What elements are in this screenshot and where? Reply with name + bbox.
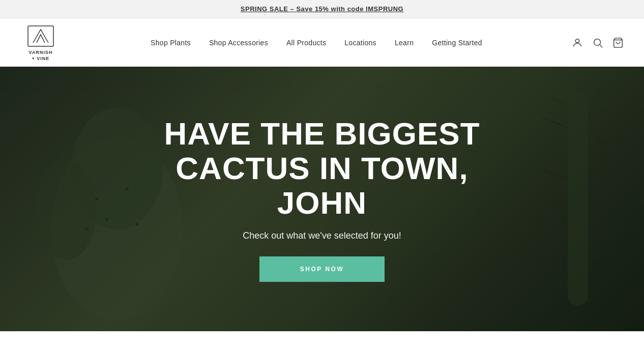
nav-learn[interactable]: Learn [395, 39, 414, 47]
nav-locations[interactable]: Locations [344, 39, 376, 47]
search-icon[interactable] [592, 37, 603, 48]
svg-line-3 [600, 45, 602, 47]
main-nav: Shop Plants Shop Accessories All Product… [61, 39, 572, 47]
account-icon[interactable] [572, 37, 583, 48]
announcement-bar: SPRING SALE – Save 15% with code IMSPRUN… [0, 0, 644, 18]
header: VARNISH+ VINE Shop Plants Shop Accessori… [0, 18, 644, 67]
logo-icon [25, 23, 56, 49]
nav-shop-accessories[interactable]: Shop Accessories [209, 39, 268, 47]
announcement-code: IMSPRUNG [366, 5, 403, 13]
header-icons [572, 37, 624, 48]
trending-section: What's Trending? Everybody loves them, y… [0, 331, 644, 347]
nav-all-products[interactable]: All Products [286, 39, 326, 47]
svg-point-2 [594, 39, 601, 45]
hero-title: HAVE THE BIGGEST CACTUS IN TOWN, JOHN [164, 117, 480, 221]
announcement-text: SPRING SALE – Save 15% with code [241, 5, 366, 13]
logo[interactable]: VARNISH+ VINE [20, 23, 61, 62]
hero-subtitle: Check out what we've selected for you! [164, 230, 480, 241]
svg-point-1 [575, 39, 579, 42]
logo-text: VARNISH+ VINE [29, 50, 53, 62]
cart-icon[interactable] [612, 37, 624, 48]
nav-shop-plants[interactable]: Shop Plants [151, 39, 191, 47]
nav-getting-started[interactable]: Getting Started [432, 39, 482, 47]
hero-section: HAVE THE BIGGEST CACTUS IN TOWN, JOHN Ch… [0, 67, 644, 331]
shop-now-button[interactable]: SHOP NOW [259, 256, 385, 282]
hero-content: HAVE THE BIGGEST CACTUS IN TOWN, JOHN Ch… [154, 117, 490, 282]
